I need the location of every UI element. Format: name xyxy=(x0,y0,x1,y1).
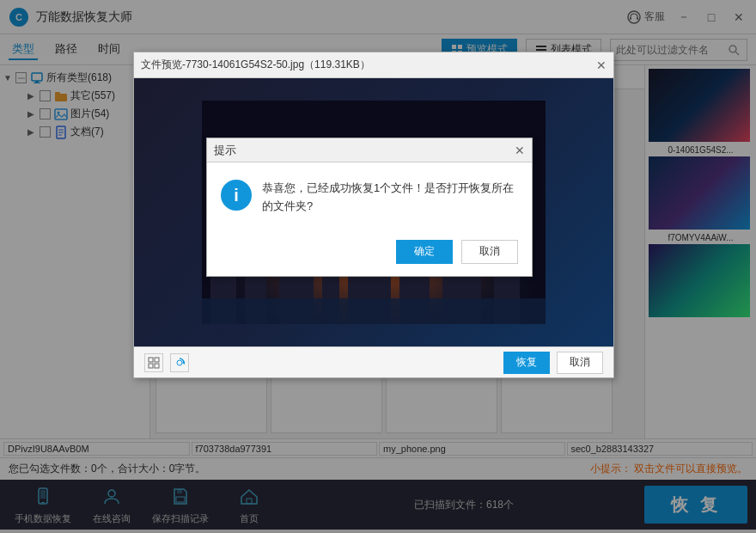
prompt-body: i 恭喜您，已经成功恢复1个文件！是否打开恢复所在的文件夹? xyxy=(207,162,532,233)
preview-footer-buttons: 恢复 取消 xyxy=(503,352,603,374)
preview-title-bar: 文件预览-7730-14061G54S2-50.jpg（119.31KB） ✕ xyxy=(134,52,613,78)
rotate-button[interactable] xyxy=(170,353,189,372)
svg-rect-50 xyxy=(149,358,153,362)
preview-footer: 恢复 取消 xyxy=(134,346,613,377)
preview-footer-icons xyxy=(144,353,189,372)
prompt-confirm-button[interactable]: 确定 xyxy=(396,240,453,264)
svg-point-55 xyxy=(177,360,182,365)
zoom-fit-button[interactable] xyxy=(144,353,163,372)
prompt-close-button[interactable]: ✕ xyxy=(515,144,525,157)
preview-title-text: 文件预览-7730-14061G54S2-50.jpg（119.31KB） xyxy=(141,58,596,72)
info-icon: i xyxy=(221,180,252,211)
rotate-icon xyxy=(174,357,186,369)
svg-rect-53 xyxy=(155,364,159,368)
prompt-dialog: 提示 ✕ i 恭喜您，已经成功恢复1个文件！是否打开恢复所在的文件夹? 确定 取… xyxy=(206,138,533,277)
prompt-footer: 确定 取消 xyxy=(207,233,532,276)
svg-rect-52 xyxy=(149,364,153,368)
prompt-title-text: 提示 xyxy=(214,143,515,158)
preview-cancel-button[interactable]: 取消 xyxy=(557,352,603,374)
preview-close-button[interactable]: ✕ xyxy=(596,58,607,72)
svg-rect-51 xyxy=(155,358,159,362)
prompt-message: 恭喜您，已经成功恢复1个文件！是否打开恢复所在的文件夹? xyxy=(262,180,518,216)
preview-recover-button[interactable]: 恢复 xyxy=(503,352,550,374)
prompt-cancel-button[interactable]: 取消 xyxy=(461,240,518,264)
prompt-title-bar: 提示 ✕ xyxy=(207,138,532,162)
zoom-fit-icon xyxy=(148,357,160,369)
svg-rect-49 xyxy=(202,298,546,324)
